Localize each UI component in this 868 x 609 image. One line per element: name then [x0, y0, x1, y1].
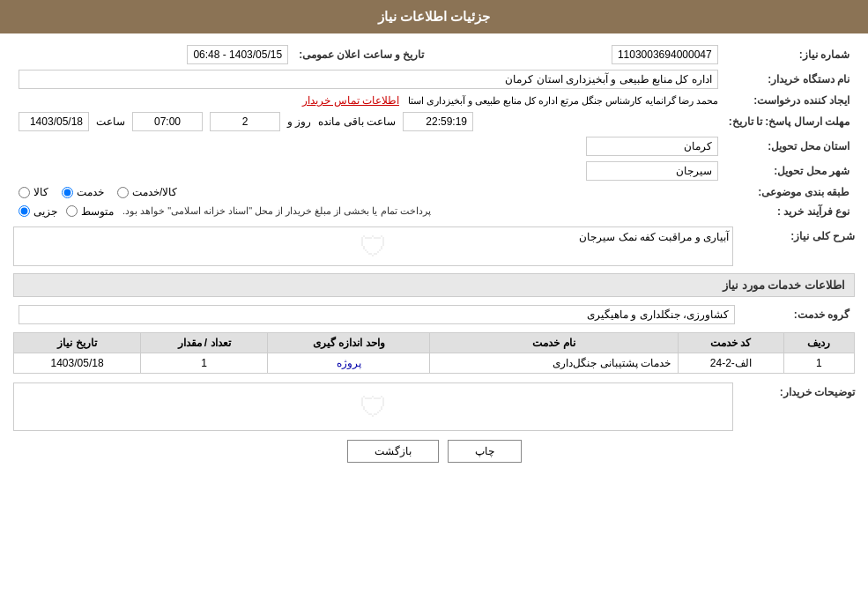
city-label: شهر محل تحویل:: [723, 159, 855, 183]
process-radio-jozei[interactable]: [19, 205, 30, 217]
process-note: پرداخت تمام یا بخشی از مبلغ خریدار از مح…: [122, 204, 431, 219]
col-count: تعداد / مقدار: [141, 333, 268, 353]
row-deadline: مهلت ارسال پاسخ: تا تاریخ: 22:59:19 ساعت…: [13, 109, 855, 134]
page-wrapper: جزئیات اطلاعات نیاز شماره نیاز: 11030036…: [0, 0, 868, 609]
cell-unit: پروژه: [267, 353, 429, 374]
province-label: استان محل تحویل:: [723, 134, 855, 159]
deadline-remaining-value: 22:59:19: [403, 112, 473, 131]
process-label: نوع فرآیند خرید :: [723, 201, 855, 221]
contact-link[interactable]: اطلاعات تماس خریدار: [302, 94, 399, 107]
process-mottavasset-label: متوسط: [81, 205, 114, 218]
requester-value: محمد رضا گرانمایه کارشناس جنگل مرتع ادار…: [408, 95, 718, 106]
cell-code: الف-2-24: [678, 353, 783, 374]
service-group-value: کشاورزی، جنگلداری و ماهیگیری: [19, 305, 735, 324]
need-desc-label: شرح کلی نیاز:: [740, 227, 855, 242]
deadline-days-value: 2: [210, 112, 280, 131]
need-number-value: 1103003694000047: [612, 45, 718, 64]
buyer-desc-label: توضیحات خریدار:: [740, 382, 855, 398]
info-table: شماره نیاز: 1103003694000047 تاریخ و ساع…: [13, 42, 855, 221]
deadline-days-label: روز و: [287, 115, 311, 128]
services-section-title: اطلاعات خدمات مورد نیاز: [13, 273, 855, 297]
category-kala-khidmat-label: کالا/خدمت: [132, 186, 177, 198]
col-name: نام خدمت: [430, 333, 679, 353]
announce-date-label: تاریخ و ساعت اعلان عمومی:: [293, 42, 429, 67]
row-buyer-org: نام دستگاه خریدار: اداره کل منابع طبیعی …: [13, 67, 855, 92]
cell-count: 1: [141, 353, 268, 374]
process-jozei[interactable]: جزیی: [19, 205, 57, 218]
page-header: جزئیات اطلاعات نیاز: [0, 0, 868, 33]
category-radio-kala[interactable]: [19, 187, 30, 198]
row-process: نوع فرآیند خرید : پرداخت تمام یا بخشی از…: [13, 201, 855, 221]
deadline-date-value: 1403/05/18: [19, 112, 89, 131]
page-title: جزئیات اطلاعات نیاز: [378, 9, 490, 24]
requester-label: ایجاد کننده درخواست:: [723, 92, 855, 109]
need-desc-row: شرح کلی نیاز: آبیاری و مراقبت کفه نمک سی…: [13, 227, 855, 266]
cell-date: 1403/05/18: [14, 353, 141, 374]
province-value: کرمان: [586, 137, 718, 156]
cell-name: خدمات پشتیبانی جنگل‌داری: [430, 353, 679, 374]
deadline-label: مهلت ارسال پاسخ: تا تاریخ:: [723, 109, 855, 134]
services-table: ردیف کد خدمت نام خدمت واحد اندازه گیری ت…: [13, 332, 855, 374]
row-city: شهر محل تحویل: سیرجان: [13, 159, 855, 183]
col-date: تاریخ نیاز: [14, 333, 141, 353]
category-kala-label: کالا: [33, 186, 48, 198]
category-khidmat[interactable]: خدمت: [62, 186, 104, 198]
row-service-group: گروه خدمت: کشاورزی، جنگلداری و ماهیگیری: [13, 302, 855, 327]
need-desc-value: آبیاری و مراقبت کفه نمک سیرجان: [579, 231, 729, 243]
service-group-label: گروه خدمت:: [740, 302, 855, 327]
deadline-time-value: 07:00: [132, 112, 203, 131]
col-unit: واحد اندازه گیری: [267, 333, 429, 353]
services-table-body: 1 الف-2-24 خدمات پشتیبانی جنگل‌داری پروژ…: [14, 353, 855, 374]
cell-row: 1: [783, 353, 854, 374]
need-desc-box: آبیاری و مراقبت کفه نمک سیرجان 🛡: [13, 227, 733, 266]
row-requester: ایجاد کننده درخواست: محمد رضا گرانمایه ک…: [13, 92, 855, 109]
table-row: 1 الف-2-24 خدمات پشتیبانی جنگل‌داری پروژ…: [14, 353, 855, 374]
services-table-header-row: ردیف کد خدمت نام خدمت واحد اندازه گیری ت…: [14, 333, 855, 353]
deadline-time-label: ساعت: [96, 115, 125, 128]
need-number-label: شماره نیاز:: [723, 42, 855, 67]
category-radio-khidmat[interactable]: [62, 187, 73, 198]
row-category: طبقه بندی موضوعی: کالا/خدمت خدمت کالا: [13, 183, 855, 201]
buyer-org-value: اداره کل منابع طبیعی و آبخیزداری استان ک…: [19, 70, 718, 89]
col-code: کد خدمت: [678, 333, 783, 353]
buyer-org-label: نام دستگاه خریدار:: [723, 67, 855, 92]
buyer-desc-box: 🛡: [13, 382, 733, 431]
city-value: سیرجان: [586, 161, 718, 181]
bottom-buttons: چاپ بازگشت: [13, 440, 855, 463]
category-khidmat-label: خدمت: [77, 186, 104, 198]
process-mottavasset[interactable]: متوسط: [66, 205, 114, 218]
back-button[interactable]: بازگشت: [347, 440, 439, 463]
service-group-table: گروه خدمت: کشاورزی، جنگلداری و ماهیگیری: [13, 302, 855, 327]
services-table-head: ردیف کد خدمت نام خدمت واحد اندازه گیری ت…: [14, 333, 855, 353]
row-province: استان محل تحویل: کرمان: [13, 134, 855, 159]
category-kala[interactable]: کالا: [19, 186, 48, 198]
category-radio-kala-khidmat[interactable]: [117, 187, 129, 198]
deadline-remaining-label: ساعت باقی مانده: [318, 115, 396, 128]
print-button[interactable]: چاپ: [448, 440, 522, 463]
buyer-desc-row: توضیحات خریدار: 🛡: [13, 382, 855, 431]
process-radio-mottavasset[interactable]: [66, 205, 78, 217]
col-row: ردیف: [783, 333, 854, 353]
row-need-number: شماره نیاز: 1103003694000047 تاریخ و ساع…: [13, 42, 855, 67]
main-content: شماره نیاز: 1103003694000047 تاریخ و ساع…: [0, 33, 868, 480]
category-label: طبقه بندی موضوعی:: [723, 183, 855, 201]
announce-date-value: 1403/05/15 - 06:48: [187, 45, 288, 64]
process-jozei-label: جزیی: [33, 205, 57, 218]
category-kala-khidmat[interactable]: کالا/خدمت: [117, 186, 177, 198]
